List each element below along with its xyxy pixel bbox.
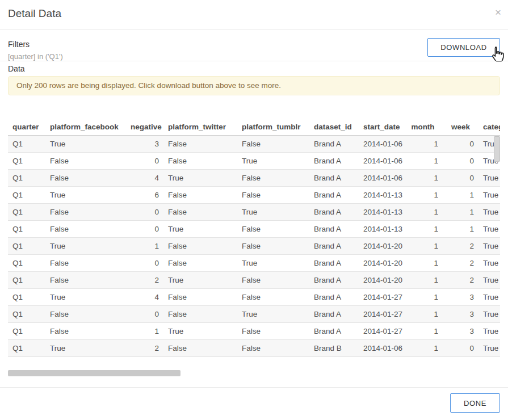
table-cell: True bbox=[45, 186, 126, 203]
table-cell: 2014-01-20 bbox=[359, 237, 403, 254]
table-cell: True bbox=[45, 288, 126, 305]
table-cell: False bbox=[237, 220, 309, 237]
table-cell: Brand A bbox=[309, 152, 359, 169]
table-cell: 0 bbox=[126, 254, 163, 271]
table-row: Q1False2TrueFalseBrand A2014-01-2012True bbox=[8, 271, 500, 288]
table-cell: Brand A bbox=[309, 135, 359, 152]
table-cell: 2 bbox=[443, 271, 478, 288]
table-cell: 3 bbox=[443, 305, 478, 322]
table-cell: 1 bbox=[443, 186, 478, 203]
column-header-platform_facebook: platform_facebook bbox=[45, 119, 126, 135]
table-cell: 0 bbox=[126, 152, 163, 169]
column-header-start_date: start_date bbox=[359, 119, 403, 135]
table-cell: False bbox=[163, 339, 237, 356]
table-cell: 1 bbox=[443, 220, 478, 237]
table-cell: 2 bbox=[443, 254, 478, 271]
table-cell: False bbox=[45, 254, 126, 271]
table-cell: Brand A bbox=[309, 186, 359, 203]
table-row: Q1False0FalseTrueBrand A2014-01-0610True bbox=[8, 152, 500, 169]
column-header-dataset_id: dataset_id bbox=[309, 119, 359, 135]
close-icon[interactable]: × bbox=[495, 7, 501, 18]
column-header-negative: negative bbox=[126, 119, 163, 135]
table-cell: 4 bbox=[126, 288, 163, 305]
table-cell: Q1 bbox=[8, 186, 45, 203]
table-cell: 1 bbox=[403, 135, 443, 152]
table-row: Q1True2FalseFalseBrand B2014-01-0610True bbox=[8, 339, 500, 356]
table-cell: 1 bbox=[403, 322, 443, 339]
horizontal-scrollbar-thumb[interactable] bbox=[8, 370, 180, 376]
table-cell: 2014-01-13 bbox=[359, 220, 403, 237]
table-cell: True bbox=[45, 135, 126, 152]
table-cell: Q1 bbox=[8, 288, 45, 305]
table-row: Q1False0FalseTrueBrand A2014-01-2012True bbox=[8, 254, 500, 271]
table-row: Q1False1TrueFalseBrand A2014-01-2713True bbox=[8, 322, 500, 339]
table-cell: False bbox=[163, 135, 237, 152]
table-cell: 1 bbox=[403, 220, 443, 237]
table-cell: Brand A bbox=[309, 169, 359, 186]
table-cell: 1 bbox=[403, 186, 443, 203]
table-cell: False bbox=[163, 254, 237, 271]
table-cell: Q1 bbox=[8, 220, 45, 237]
table-cell: 2 bbox=[443, 237, 478, 254]
table-cell: 1 bbox=[403, 254, 443, 271]
filter-expression: [quarter] in ('Q1') bbox=[8, 52, 63, 61]
table-cell: True bbox=[45, 237, 126, 254]
horizontal-scrollbar bbox=[8, 370, 500, 376]
table-cell: False bbox=[45, 322, 126, 339]
table-cell: False bbox=[45, 305, 126, 322]
table-cell: 2014-01-27 bbox=[359, 288, 403, 305]
table-cell: 1 bbox=[403, 339, 443, 356]
table-cell: 2014-01-13 bbox=[359, 186, 403, 203]
table-cell: 2 bbox=[126, 339, 163, 356]
table-cell: False bbox=[237, 288, 309, 305]
table-cell: 2014-01-27 bbox=[359, 322, 403, 339]
table-cell: True bbox=[478, 339, 500, 356]
data-table-container: quarterplatform_facebooknegativeplatform… bbox=[8, 119, 500, 365]
table-cell: 1 bbox=[403, 288, 443, 305]
table-cell: 2 bbox=[126, 271, 163, 288]
table-cell: 0 bbox=[443, 152, 478, 169]
table-cell: 1 bbox=[403, 203, 443, 220]
table-cell: False bbox=[45, 152, 126, 169]
table-cell: Brand B bbox=[309, 339, 359, 356]
table-cell: True bbox=[478, 169, 500, 186]
header-divider bbox=[0, 30, 508, 30]
column-header-platform_twitter: platform_twitter bbox=[163, 119, 237, 135]
table-cell: Brand A bbox=[309, 220, 359, 237]
table-cell: True bbox=[163, 271, 237, 288]
table-cell: 0 bbox=[443, 339, 478, 356]
table-cell: 1 bbox=[403, 305, 443, 322]
table-cell: 3 bbox=[443, 322, 478, 339]
table-cell: 1 bbox=[126, 322, 163, 339]
table-cell: Brand A bbox=[309, 305, 359, 322]
table-cell: 2014-01-20 bbox=[359, 254, 403, 271]
table-cell: 1 bbox=[403, 152, 443, 169]
table-row: Q1False0TrueFalseBrand A2014-01-1311True bbox=[8, 220, 500, 237]
download-button[interactable]: DOWNLOAD bbox=[427, 38, 500, 57]
table-cell: Q1 bbox=[8, 271, 45, 288]
table-cell: Q1 bbox=[8, 305, 45, 322]
filters-section-label: Filters bbox=[8, 40, 30, 49]
table-cell: 0 bbox=[443, 169, 478, 186]
column-header-week: week bbox=[443, 119, 478, 135]
table-cell: True bbox=[237, 254, 309, 271]
done-button[interactable]: DONE bbox=[450, 393, 500, 413]
vertical-scrollbar-thumb[interactable] bbox=[494, 136, 500, 162]
table-cell: 3 bbox=[443, 288, 478, 305]
table-cell: Brand A bbox=[309, 237, 359, 254]
table-cell: False bbox=[45, 220, 126, 237]
table-row: Q1False0FalseTrueBrand A2014-01-1311True bbox=[8, 203, 500, 220]
table-cell: 1 bbox=[403, 271, 443, 288]
row-limit-warning: Only 200 rows are being displayed. Click… bbox=[8, 76, 500, 95]
table-cell: 2014-01-06 bbox=[359, 339, 403, 356]
table-cell: Brand A bbox=[309, 322, 359, 339]
table-cell: 2014-01-06 bbox=[359, 135, 403, 152]
table-cell: 2014-01-13 bbox=[359, 203, 403, 220]
table-cell: False bbox=[45, 203, 126, 220]
table-cell: False bbox=[163, 305, 237, 322]
table-cell: True bbox=[478, 203, 500, 220]
table-cell: False bbox=[237, 237, 309, 254]
table-row: Q1True1FalseFalseBrand A2014-01-2012True bbox=[8, 237, 500, 254]
table-cell: True bbox=[478, 322, 500, 339]
table-cell: True bbox=[163, 322, 237, 339]
